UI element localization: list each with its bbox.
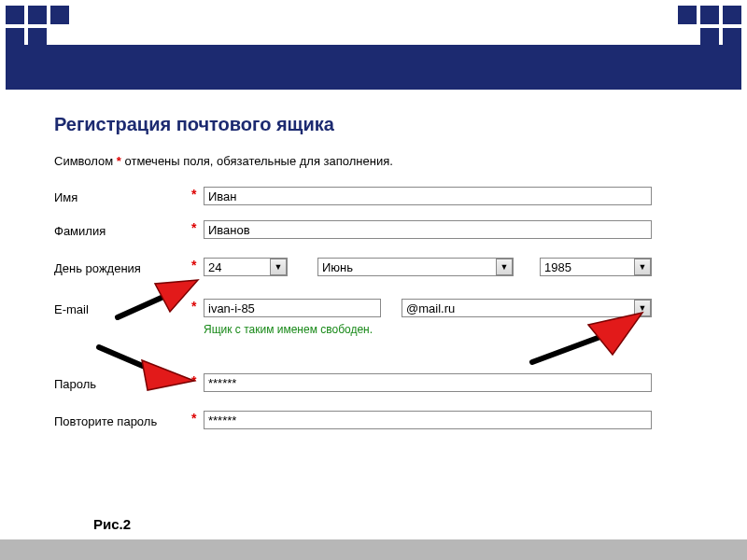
birth-month-select[interactable]: [317, 258, 514, 276]
presentation-slide: Регистрация почтового ящика Символом * о…: [0, 0, 747, 560]
label-password-repeat: Повторите пароль: [54, 414, 157, 428]
white-banner: [0, 0, 747, 45]
asterisk-password-repeat: *: [191, 411, 196, 426]
label-first-name: Имя: [54, 190, 78, 204]
page-title: Регистрация почтового ящика: [54, 114, 334, 135]
password-field[interactable]: [204, 373, 652, 392]
chevron-down-icon[interactable]: ▼: [634, 300, 651, 316]
svg-marker-3: [142, 360, 194, 390]
chevron-down-icon[interactable]: ▼: [270, 259, 287, 275]
label-password: Пароль: [54, 377, 96, 391]
last-name-field[interactable]: [204, 220, 652, 239]
password-repeat-field[interactable]: [204, 411, 652, 429]
asterisk-password: *: [191, 373, 196, 388]
svg-line-4: [532, 338, 598, 362]
note-prefix: Символом: [54, 154, 117, 168]
asterisk-last-name: *: [191, 220, 196, 235]
note-suffix: отмечены поля, обязательные для заполнен…: [121, 154, 393, 168]
svg-line-0: [118, 297, 163, 317]
header-band: [6, 45, 741, 90]
label-email: E-mail: [54, 302, 89, 316]
asterisk-email: *: [191, 299, 196, 314]
svg-marker-5: [588, 313, 642, 355]
arrow-annotation-icon: [93, 336, 205, 392]
arrow-annotation-icon: [523, 308, 654, 373]
bottom-bar: [0, 539, 747, 560]
email-domain-select[interactable]: [402, 299, 652, 317]
figure-caption: Рис.2: [93, 516, 131, 532]
asterisk-birthday: *: [191, 258, 196, 273]
email-local-field[interactable]: [204, 299, 381, 317]
email-availability-hint: Ящик с таким именем свободен.: [204, 323, 373, 336]
first-name-field[interactable]: [204, 187, 652, 205]
label-birthday: День рождения: [54, 261, 141, 275]
svg-line-2: [99, 347, 151, 370]
chevron-down-icon[interactable]: ▼: [634, 259, 651, 275]
label-last-name: Фамилия: [54, 224, 106, 238]
required-note: Символом * отмечены поля, обязательные д…: [54, 154, 393, 168]
asterisk-first-name: *: [191, 187, 196, 202]
chevron-down-icon[interactable]: ▼: [496, 259, 513, 275]
